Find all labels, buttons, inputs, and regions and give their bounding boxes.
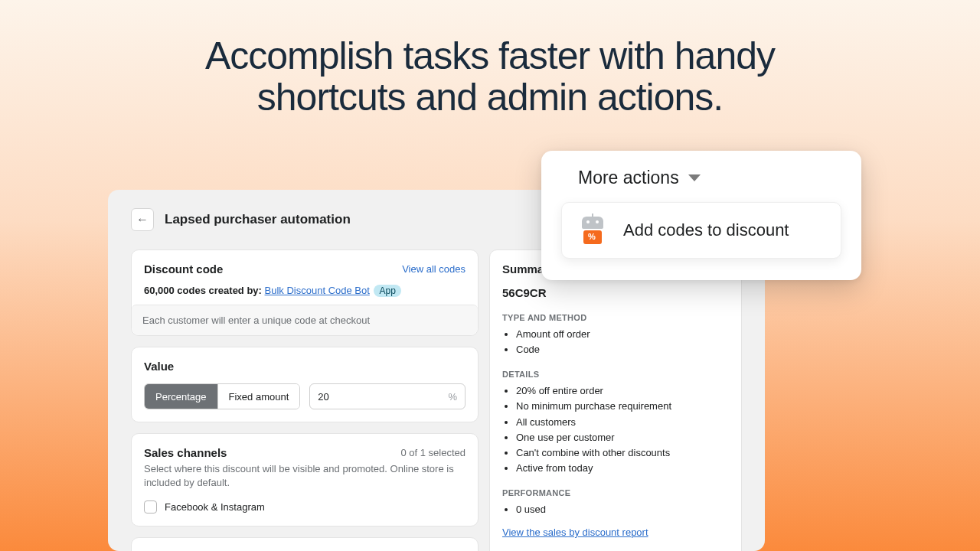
add-codes-label: Add codes to discount: [623, 220, 789, 240]
list-item: All customers: [516, 415, 729, 430]
sales-selected-count: 0 of 1 selected: [400, 447, 466, 458]
view-all-codes-link[interactable]: View all codes: [402, 263, 466, 275]
discount-bot-icon: [579, 217, 606, 244]
discount-code-note: Each customer will enter a unique code a…: [132, 305, 478, 335]
facebook-instagram-label: Facebook & Instagram: [165, 501, 265, 513]
codes-created-line: 60,000 codes created by: Bulk Discount C…: [144, 285, 466, 297]
list-item: Amount off order: [516, 327, 729, 342]
headline-line-1: Accomplish tasks faster with handy: [205, 34, 775, 77]
sales-channel-option[interactable]: Facebook & Instagram: [144, 500, 466, 514]
percentage-button[interactable]: Percentage: [145, 384, 217, 409]
value-input[interactable]: [318, 391, 448, 403]
list-item: Code: [516, 342, 729, 357]
details-list: 20% off entire order No minimum purchase…: [502, 383, 729, 476]
list-item: Active from today: [516, 461, 729, 476]
list-item: Can't combine with other discounts: [516, 445, 729, 461]
list-item: No minimum purchase requirement: [516, 399, 729, 414]
sales-channels-title: Sales channels: [144, 446, 227, 459]
facebook-instagram-checkbox[interactable]: [144, 500, 157, 514]
creator-app-link[interactable]: Bulk Discount Code Bot: [265, 285, 370, 296]
type-method-list: Amount off order Code: [502, 327, 729, 357]
headline-line-2: shortcuts and admin actions.: [257, 76, 723, 119]
value-type-segmented: Percentage Fixed amount: [144, 383, 300, 409]
more-actions-label: More actions: [578, 168, 679, 188]
discount-code-title: Discount code: [144, 262, 223, 276]
performance-list: 0 used: [502, 502, 729, 517]
chevron-down-icon: [688, 174, 701, 181]
list-item: One use per customer: [516, 430, 729, 445]
details-label: DETAILS: [502, 370, 729, 379]
sales-channels-card: Sales channels 0 of 1 selected Select wh…: [131, 433, 479, 527]
codes-count-text: 60,000 codes created by:: [144, 285, 262, 296]
sales-help-text: Select where this discount will be visib…: [144, 462, 466, 490]
app-badge: App: [374, 285, 400, 297]
arrow-left-icon: ←: [136, 213, 149, 227]
page-title: Lapsed purchaser automation: [165, 212, 351, 227]
summary-card: Summary 56C9CR TYPE AND METHOD Amount of…: [489, 249, 742, 551]
marketing-headline: Accomplish tasks faster with handy short…: [0, 0, 980, 118]
discount-code-card: Discount code View all codes 60,000 code…: [131, 249, 479, 336]
summary-code: 56C9CR: [502, 286, 729, 299]
back-button[interactable]: ←: [131, 208, 154, 231]
performance-label: PERFORMANCE: [502, 488, 729, 497]
more-actions-trigger[interactable]: More actions: [578, 168, 841, 188]
value-title: Value: [144, 360, 466, 373]
value-input-wrapper: %: [309, 383, 466, 409]
list-item: 20% off entire order: [516, 383, 729, 399]
sales-report-link[interactable]: View the sales by discount report: [502, 527, 648, 538]
more-actions-popover: More actions Add codes to discount: [541, 151, 861, 280]
percent-suffix: %: [448, 391, 457, 403]
fixed-amount-button[interactable]: Fixed amount: [217, 384, 300, 409]
minimum-purchase-card: Minimum purchase requirements: [131, 537, 479, 551]
add-codes-action[interactable]: Add codes to discount: [561, 202, 841, 259]
value-card: Value Percentage Fixed amount %: [131, 347, 479, 422]
list-item: 0 used: [516, 502, 729, 517]
type-method-label: TYPE AND METHOD: [502, 313, 729, 322]
